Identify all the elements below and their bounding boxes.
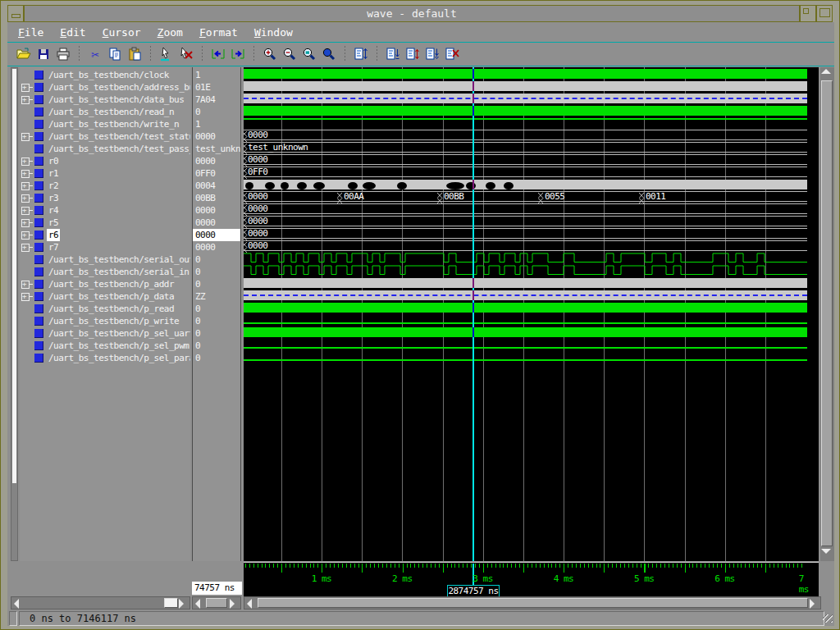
wave-row-r6[interactable]: 0000 (244, 227, 807, 240)
signal-names-pane[interactable]: /uart_bs_testbench/clock+/uart_bs_testbe… (20, 67, 190, 561)
zoom-full-button[interactable] (319, 45, 339, 63)
values-hscrollbar[interactable] (192, 596, 241, 609)
wave-row-clock[interactable] (244, 67, 807, 80)
wave-row-serial_out[interactable] (244, 252, 807, 264)
save-button[interactable] (34, 45, 53, 63)
wave-row-test_statu[interactable]: 0000 (244, 129, 807, 141)
menu-edit[interactable]: Edit (57, 24, 88, 42)
signal-name-row[interactable]: /uart_bs_testbench/p_sel_uart (20, 327, 190, 340)
scrollbar-thumb[interactable] (821, 80, 833, 546)
wave-row-r4[interactable]: 0000 (244, 203, 807, 215)
signal-value[interactable]: 0 (193, 278, 240, 290)
waveform-pane[interactable]: 0000test_unknown00000FF0000000AA00BB0055… (244, 67, 819, 561)
expand-all-button[interactable] (351, 45, 371, 63)
menu-window[interactable]: Window (252, 24, 295, 42)
signal-name-row[interactable]: +r1 (20, 167, 190, 180)
delete-selected-button[interactable] (442, 45, 462, 63)
zoom-out-button[interactable] (280, 45, 299, 63)
signal-value[interactable]: 0FF0 (193, 167, 240, 180)
wave-row-r2[interactable] (244, 178, 807, 190)
expand-toggle[interactable]: + (21, 84, 33, 91)
signal-name-row[interactable]: /uart_bs_testbench/clock (20, 69, 190, 81)
wave-row-p_data[interactable] (244, 289, 807, 301)
signal-name-row[interactable]: /uart_bs_testbench/p_read (20, 303, 190, 315)
signal-name-row[interactable]: /uart_bs_testbench/p_write (20, 315, 190, 327)
scroll-up-arrow[interactable] (821, 68, 832, 79)
find-previous-transition-button[interactable] (208, 45, 228, 63)
cut-button[interactable]: ✂ (85, 45, 105, 63)
wave-row-p_sel_para[interactable] (244, 350, 807, 363)
open-button[interactable] (14, 45, 34, 63)
wave-row-p_addr[interactable] (244, 276, 807, 289)
minimize-button[interactable] (800, 5, 816, 22)
scrollbar-thumb[interactable] (258, 598, 808, 608)
time-ruler[interactable]: 2874757 ns 1 ms2 ms3 ms4 ms5 ms6 ms7 ms (244, 562, 819, 598)
signal-value[interactable]: 0000 (193, 229, 240, 241)
expand-toggle[interactable]: + (21, 194, 33, 202)
move-up-down-button[interactable] (403, 45, 422, 63)
expand-toggle[interactable]: + (21, 207, 33, 214)
signal-name-row[interactable]: /uart_bs_testbench/serial_out (20, 253, 190, 266)
signal-name-row[interactable]: +r6 (20, 229, 190, 241)
delete-cursor-button[interactable] (176, 45, 196, 63)
signal-values-pane[interactable]: 101E7A04010000test_unknown00000FF0000400… (192, 67, 241, 561)
signal-name-row[interactable]: /uart_bs_testbench/serial_in (20, 266, 190, 278)
signal-name-row[interactable]: /uart_bs_testbench/p_sel_para (20, 352, 190, 364)
wave-row-serial_in[interactable] (244, 264, 807, 276)
scrollbar-thumb[interactable] (12, 69, 16, 483)
wave-row-p_sel_pwm[interactable] (244, 338, 807, 350)
names-hscrollbar[interactable] (11, 596, 190, 609)
signal-name-row[interactable]: /uart_bs_testbench/write_n (20, 118, 190, 130)
wave-row-r0[interactable]: 0000 (244, 153, 807, 166)
signal-name-row[interactable]: +r2 (20, 180, 190, 192)
signal-value[interactable]: 00BB (193, 192, 240, 204)
signal-value[interactable]: 0 (193, 106, 240, 118)
signal-name-row[interactable]: +/uart_bs_testbench/test_statu (20, 130, 190, 143)
wave-row-r5[interactable]: 0000 (244, 215, 807, 227)
wave-vertical-scrollbar[interactable] (820, 67, 834, 561)
move-down-double-button[interactable] (422, 45, 442, 63)
signal-value[interactable]: 0004 (193, 180, 240, 192)
wave-row-p_write[interactable] (244, 313, 807, 326)
signal-name-row[interactable]: +/uart_bs_testbench/p_addr (20, 278, 190, 290)
signal-name-row[interactable]: +r5 (20, 217, 190, 229)
signal-name-row[interactable]: +/uart_bs_testbench/address_bu (20, 81, 190, 94)
zoom-area-button[interactable] (299, 45, 319, 63)
cursor-line[interactable] (472, 67, 474, 561)
signal-value[interactable]: ZZ (193, 290, 240, 303)
paste-button[interactable] (125, 45, 144, 63)
signal-value[interactable]: 0000 (193, 241, 240, 253)
scroll-left-arrow[interactable] (194, 598, 206, 608)
scroll-right-arrow[interactable] (808, 598, 820, 608)
signal-value[interactable]: 0000 (193, 130, 240, 143)
wave-row-p_sel_uart[interactable] (244, 326, 807, 338)
find-next-transition-button[interactable] (228, 45, 248, 63)
wave-row-data_bus[interactable] (244, 92, 807, 104)
scrollbar-thumb[interactable] (206, 598, 227, 608)
signal-value[interactable]: 0 (193, 327, 240, 340)
move-down-button[interactable] (383, 45, 403, 63)
signal-name-row[interactable]: /uart_bs_testbench/test_pass_ (20, 143, 190, 155)
menu-file[interactable]: File (16, 24, 46, 42)
menu-cursor[interactable]: Cursor (100, 24, 144, 42)
wave-row-p_read[interactable] (244, 301, 807, 313)
scroll-down-arrow[interactable] (821, 549, 832, 559)
wave-row-read_n[interactable] (244, 104, 807, 116)
wave-hscrollbar[interactable] (244, 596, 821, 609)
expand-toggle[interactable]: + (21, 244, 33, 251)
signal-name-row[interactable]: /uart_bs_testbench/read_n (20, 106, 190, 118)
add-cursor-button[interactable] (157, 45, 176, 63)
scroll-right-arrow[interactable] (177, 598, 189, 608)
expand-toggle[interactable]: + (21, 158, 33, 165)
signal-value[interactable]: 0000 (193, 204, 240, 217)
signal-value[interactable]: 0000 (193, 217, 240, 229)
signal-value[interactable]: 0 (193, 253, 240, 266)
wave-row-address_bu[interactable] (244, 80, 807, 92)
signal-value[interactable]: 0000 (193, 155, 240, 167)
scrollbar-thumb[interactable] (164, 598, 178, 608)
signal-name-row[interactable]: +/uart_bs_testbench/p_data (20, 290, 190, 303)
resize-grip-icon[interactable] (823, 614, 833, 623)
wave-row-r3[interactable]: 000000AA00BB00550011 (244, 190, 807, 203)
maximize-button[interactable] (816, 5, 833, 22)
signal-value[interactable]: 0 (193, 352, 240, 364)
